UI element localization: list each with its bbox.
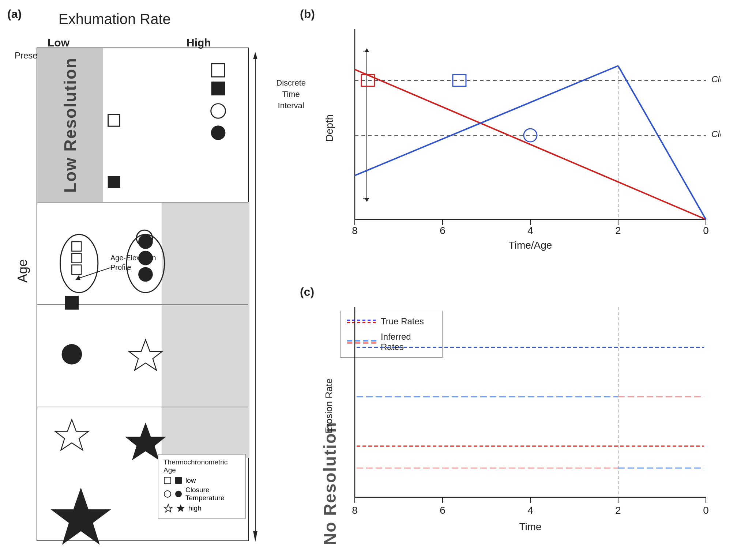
legend-box: Thermochronometric Age low ClosureTemper… xyxy=(158,454,246,519)
panel-c-chart: 8 6 4 2 0 Time Erosion Rate xyxy=(318,300,721,541)
svg-text:Time/Age: Time/Age xyxy=(509,240,552,251)
svg-marker-26 xyxy=(55,420,89,450)
svg-point-20 xyxy=(138,234,153,249)
svg-line-57 xyxy=(618,66,706,219)
svg-text:Depth: Depth xyxy=(324,114,335,142)
svg-rect-16 xyxy=(72,242,81,251)
panel-b-chart: 8 6 4 2 0 Time/Age Depth Closure Depth 2… xyxy=(318,22,721,256)
svg-marker-30 xyxy=(75,275,80,280)
svg-text:Erosion Rate: Erosion Rate xyxy=(323,378,334,433)
svg-rect-9 xyxy=(212,82,225,95)
legend-row-star: high xyxy=(163,504,240,513)
svg-rect-8 xyxy=(212,64,225,77)
panel-b: (b) 8 6 4 2 0 Time/Age Depth Closure Dep… xyxy=(300,7,739,263)
legend-closure-temp-label: ClosureTemperature xyxy=(185,486,225,502)
svg-rect-32 xyxy=(175,477,182,484)
low-label: Low xyxy=(48,37,69,49)
svg-text:Time: Time xyxy=(519,521,541,532)
svg-rect-13 xyxy=(108,176,120,188)
age-axis-label: Age xyxy=(15,259,30,283)
panel-c: (c) True Rates Inferred Rates 8 6 4 xyxy=(300,285,746,548)
legend-title: Thermochronometric Age xyxy=(163,458,240,474)
svg-text:6: 6 xyxy=(440,505,445,516)
svg-text:2: 2 xyxy=(615,225,621,236)
panel-c-label: (c) xyxy=(300,285,314,299)
svg-marker-6 xyxy=(253,52,257,59)
svg-point-11 xyxy=(211,125,226,140)
svg-point-34 xyxy=(175,491,182,497)
right-arrow xyxy=(248,48,263,542)
svg-marker-28 xyxy=(52,489,110,544)
svg-marker-7 xyxy=(253,531,257,542)
diagram-box: Low Resolution No Resolution xyxy=(37,48,249,541)
svg-point-33 xyxy=(164,491,171,497)
high-label: High xyxy=(187,37,211,49)
svg-rect-12 xyxy=(108,114,120,126)
age-elevation-arrow xyxy=(74,264,118,282)
panel-b-label: (b) xyxy=(300,7,315,21)
svg-text:8: 8 xyxy=(352,225,358,236)
svg-marker-35 xyxy=(164,504,172,512)
svg-rect-17 xyxy=(72,253,81,263)
svg-point-24 xyxy=(62,344,82,365)
svg-text:4: 4 xyxy=(527,225,533,236)
svg-line-29 xyxy=(78,268,110,279)
svg-text:6: 6 xyxy=(440,225,445,236)
svg-text:0: 0 xyxy=(703,225,709,236)
svg-rect-31 xyxy=(164,477,171,484)
legend-high-label: high xyxy=(188,504,202,512)
age-elevation-label: Age-ElevationProfile xyxy=(110,253,156,272)
svg-point-10 xyxy=(211,104,226,118)
svg-marker-25 xyxy=(129,340,162,370)
svg-text:Closure Depth 1: Closure Depth 1 xyxy=(711,129,721,139)
legend-row-closure-temp: ClosureTemperature xyxy=(163,486,240,502)
svg-text:8: 8 xyxy=(352,505,358,516)
svg-rect-23 xyxy=(65,296,78,309)
panel-a-label: (a) xyxy=(7,7,22,21)
legend-low-label: low xyxy=(185,476,196,485)
svg-text:2: 2 xyxy=(615,505,621,516)
svg-text:0: 0 xyxy=(703,505,709,516)
svg-text:4: 4 xyxy=(527,505,533,516)
svg-point-15 xyxy=(60,234,98,293)
svg-text:Closure Depth 2: Closure Depth 2 xyxy=(711,74,721,84)
svg-marker-36 xyxy=(177,504,185,512)
exhumation-title: Exhumation Rate xyxy=(59,11,171,27)
svg-line-55 xyxy=(355,69,706,219)
svg-line-56 xyxy=(355,66,618,176)
panel-a: (a) Exhumation Rate Low High Present Age… xyxy=(7,7,263,548)
legend-row-open-square: low xyxy=(163,476,240,485)
